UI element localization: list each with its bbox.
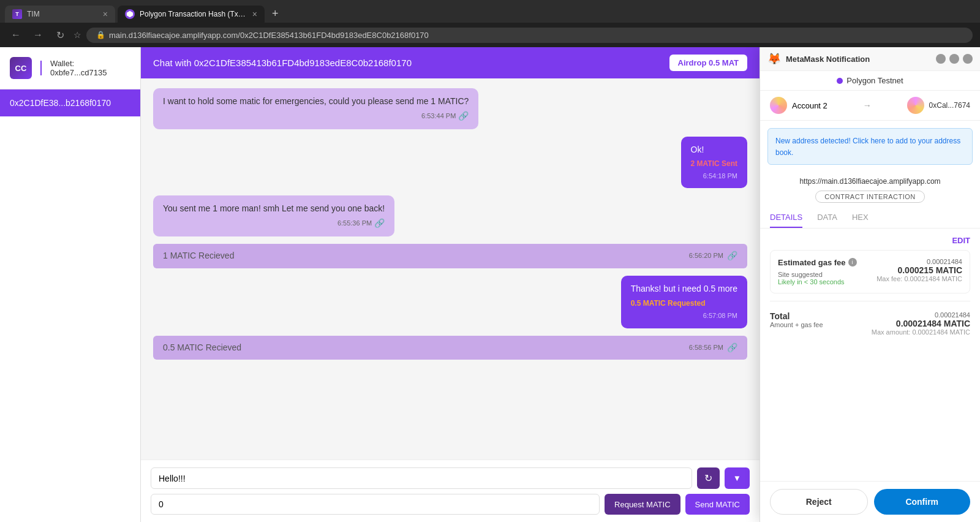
- mm-window-buttons: – □ ×: [936, 54, 973, 64]
- bubble-received-1: I want to hold some matic for emergencie…: [153, 88, 478, 129]
- mm-site-url: https://main.d136lfiaecajoe.amplifyapp.c…: [760, 172, 980, 188]
- send-matic-button[interactable]: Send MATIC: [685, 494, 750, 515]
- lock-icon: 🔒: [96, 31, 105, 39]
- tab-polygon[interactable]: Polygon Transaction Hash (Txhash) De... …: [118, 6, 265, 23]
- mm-minimize-button[interactable]: –: [936, 54, 946, 64]
- account-from-icon: [770, 97, 787, 114]
- mm-footer: Reject Confirm: [760, 481, 980, 522]
- polygon-favicon: [125, 9, 135, 19]
- message-5: Thanks! but i need 0.5 more 0.5 MATIC Re…: [153, 276, 747, 328]
- confirm-button[interactable]: Confirm: [874, 489, 971, 515]
- mm-tabs: DETAILS DATA HEX: [760, 208, 980, 229]
- mm-gas-label: Estimated gas fee i: [778, 258, 857, 267]
- msg-time-6: 6:58:56 PM 🔗: [689, 342, 737, 354]
- max-fee-label: Max fee: 0.00021484 MATIC: [876, 275, 962, 282]
- network-label: Polygon Testnet: [846, 76, 903, 85]
- chat-contact-title: Chat with 0x2C1DfE385413b61FD4bd9183edE8…: [153, 58, 412, 68]
- contract-interaction-badge: CONTRACT INTERACTION: [815, 191, 925, 203]
- send-button[interactable]: ↻: [697, 467, 720, 489]
- mm-total-row: Total Amount + gas fee 0.00021484 0.0002…: [770, 311, 970, 336]
- back-button[interactable]: ←: [7, 26, 24, 44]
- messages-area: I want to hold some matic for emergencie…: [141, 78, 760, 460]
- mm-total-section: Total Amount + gas fee 0.00021484 0.0002…: [770, 306, 970, 341]
- mm-edit-button[interactable]: EDIT: [952, 236, 970, 245]
- mm-divider: [770, 301, 970, 301]
- amount-gas-label: Amount + gas fee: [770, 321, 823, 328]
- polygon-tab-close[interactable]: ×: [252, 9, 257, 19]
- nav-bar: ← → ↻ ☆ 🔒 main.d136lfiaecajoe.amplifyapp…: [0, 23, 980, 47]
- mm-close-button[interactable]: ×: [963, 54, 973, 64]
- message-input[interactable]: [151, 467, 692, 489]
- message-3: You sent me 1 more man! smh Let me send …: [153, 195, 747, 236]
- polygon-tab-label: Polygon Transaction Hash (Txhash) De...: [140, 10, 247, 18]
- total-small-value: 0.00021484: [872, 311, 970, 319]
- network-status-dot: [837, 78, 843, 84]
- mm-account-from: Account 2: [770, 97, 827, 114]
- mm-contract-badge-wrapper: CONTRACT INTERACTION: [760, 191, 980, 203]
- gas-main-value: 0.000215 MATIC: [876, 265, 962, 275]
- msg-time-1: 6:53:44 PM 🔗: [163, 110, 469, 123]
- mm-new-address-banner[interactable]: New address detected! Click here to add …: [767, 128, 973, 165]
- bubble-status-6: 0.5 MATIC Recieved 6:58:56 PM 🔗: [153, 336, 747, 360]
- browser-chrome: T TIM × Polygon Transaction Hash (Txhash…: [0, 0, 980, 47]
- message-input-row: ↻ ▼: [151, 467, 750, 489]
- mm-network-bar: Polygon Testnet: [760, 71, 980, 91]
- message-2: Ok! 2 MATIC Sent 6:54:18 PM: [153, 137, 747, 188]
- chat-main: Chat with 0x2C1DfE385413b61FD4bd9183edE8…: [141, 47, 760, 522]
- matic-sent-label: 2 MATIC Sent: [691, 159, 737, 169]
- bubble-status-4: 1 MATIC Recieved 6:56:20 PM 🔗: [153, 244, 747, 268]
- msg-time-5: 6:57:08 PM: [631, 311, 737, 320]
- gas-small-value: 0.00021484: [876, 258, 962, 265]
- mm-titlebar: 🦊 MetaMask Notification – □ ×: [760, 47, 980, 71]
- tx-link-1[interactable]: 🔗: [458, 110, 469, 123]
- mm-gas-section: Estimated gas fee i Site suggested Likel…: [770, 250, 970, 293]
- mm-tab-hex[interactable]: HEX: [852, 208, 869, 228]
- amount-input-row: Request MATIC Send MATIC: [151, 494, 750, 515]
- amount-input[interactable]: [151, 494, 600, 515]
- total-label: Total: [770, 311, 823, 321]
- airdrop-button[interactable]: Airdrop 0.5 MAT: [669, 55, 747, 71]
- mm-tab-data[interactable]: DATA: [817, 208, 837, 228]
- mm-total-values: 0.00021484 0.00021484 MATIC Max amount: …: [872, 311, 970, 336]
- chat-sidebar: CC Wallet: 0xbfe7...cd7135 0x2C1DfE38...…: [0, 47, 141, 522]
- bookmark-button[interactable]: ☆: [74, 30, 81, 40]
- forward-button[interactable]: →: [29, 26, 47, 44]
- account-from-name: Account 2: [792, 101, 827, 110]
- mm-body: EDIT Estimated gas fee i Site suggested …: [760, 229, 980, 481]
- mm-title: 🦊 MetaMask Notification: [767, 52, 870, 66]
- dropdown-button[interactable]: ▼: [725, 467, 750, 489]
- tx-link-3[interactable]: 🔗: [374, 218, 385, 230]
- request-matic-button[interactable]: Request MATIC: [605, 494, 680, 515]
- tab-tim[interactable]: T TIM ×: [5, 6, 115, 23]
- contact-list-item[interactable]: 0x2C1DfE38...b2168f0170: [0, 89, 140, 116]
- bubble-sent-2: Ok! 2 MATIC Sent 6:54:18 PM: [681, 137, 747, 188]
- url-text: main.d136lfiaecajoe.amplifyapp.com/0x2C1…: [109, 31, 429, 40]
- metamask-fox-icon: 🦊: [767, 52, 781, 66]
- tim-tab-label: TIM: [27, 10, 98, 18]
- url-bar[interactable]: 🔒 main.d136lfiaecajoe.amplifyapp.com/0x2…: [86, 28, 973, 43]
- mm-maximize-button[interactable]: □: [949, 54, 959, 64]
- divider: [40, 61, 42, 75]
- max-amount-label: Max amount: 0.00021484 MATIC: [872, 328, 970, 336]
- tim-tab-close[interactable]: ×: [103, 9, 108, 19]
- tx-link-4[interactable]: 🔗: [727, 250, 737, 262]
- chat-input-area: ↻ ▼ Request MATIC Send MATIC: [141, 460, 760, 522]
- mm-tab-details[interactable]: DETAILS: [770, 208, 802, 228]
- user-avatar: CC: [10, 57, 32, 79]
- account-to-address: 0xCal...7674: [929, 101, 970, 110]
- tab-bar: T TIM × Polygon Transaction Hash (Txhash…: [0, 0, 980, 23]
- content-area: CC Wallet: 0xbfe7...cd7135 0x2C1DfE38...…: [0, 47, 980, 522]
- total-main-value: 0.00021484 MATIC: [872, 319, 970, 328]
- account-arrow-icon: →: [863, 100, 872, 110]
- reject-button[interactable]: Reject: [770, 489, 868, 515]
- message-6: 0.5 MATIC Recieved 6:58:56 PM 🔗: [153, 336, 747, 360]
- mm-gas-row: Estimated gas fee i Site suggested Likel…: [778, 258, 962, 286]
- reload-button[interactable]: ↻: [51, 26, 69, 44]
- new-address-text: New address detected! Click here to add …: [775, 137, 960, 157]
- new-tab-button[interactable]: +: [267, 5, 284, 23]
- matic-requested-label: 0.5 MATIC Requested: [631, 298, 737, 309]
- tx-link-6[interactable]: 🔗: [727, 342, 737, 354]
- metamask-panel: 🦊 MetaMask Notification – □ × Polygon Te…: [760, 47, 980, 522]
- site-suggested-label: Site suggested: [778, 271, 857, 278]
- gas-info-icon[interactable]: i: [848, 258, 857, 267]
